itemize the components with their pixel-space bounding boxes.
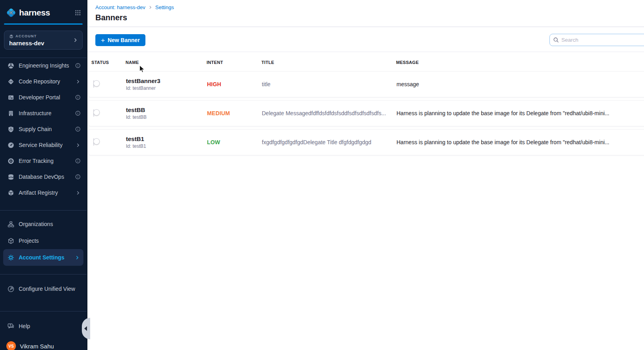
status-toggle[interactable]: [93, 109, 94, 117]
user-profile-row[interactable]: VS Vikram Sahu: [6, 340, 83, 350]
sidebar-footer-divider: [0, 311, 87, 311]
sidebar-item-error-tracking[interactable]: Error Tracking: [0, 153, 87, 169]
info-icon[interactable]: [75, 110, 81, 116]
banner-table: testBanner3 Id: testBanner HIGH title me…: [88, 71, 644, 158]
sidebar-item-infrastructure[interactable]: Infrastructure: [0, 105, 87, 121]
info-icon[interactable]: [75, 126, 81, 132]
table-row[interactable]: testB1 Id: testB1 LOW fxgdfgdfgdfgdfgdDe…: [88, 129, 644, 155]
turbine-icon: [7, 62, 14, 69]
shield-nodes-icon: [7, 126, 14, 133]
banner-title: title: [262, 81, 396, 87]
layers-icon: [9, 34, 14, 39]
breadcrumb-account-link[interactable]: Account: harness-dev: [95, 4, 145, 10]
gear-icon: [7, 254, 14, 261]
banner-id: Id: testBanner: [126, 85, 207, 91]
logo-accent-underline: [4, 23, 83, 25]
column-header-message: MESSAGE: [396, 60, 644, 65]
user-avatar: VS: [6, 341, 16, 350]
sidebar-item-database-devops[interactable]: Database DevOps: [0, 169, 87, 185]
database-icon: [7, 173, 14, 180]
toolbar-divider: [87, 52, 644, 52]
banner-message: Harness is planning to update the base i…: [396, 139, 644, 145]
help-chat-icon: [7, 323, 14, 330]
collapse-left-arrow-icon: [84, 326, 87, 331]
account-label: ACCOUNT: [15, 34, 37, 38]
info-icon[interactable]: [75, 158, 81, 164]
search-box: [549, 34, 644, 46]
sidebar-item-developer-portal[interactable]: Developer Portal: [0, 89, 87, 105]
sidebar-item-engineering-insights[interactable]: Engineering Insights: [0, 58, 87, 73]
intent-badge: HIGH: [207, 81, 262, 87]
sidebar-item-artifact-registry[interactable]: Artifact Registry: [0, 185, 87, 201]
sidebar-item-supply-chain[interactable]: Supply Chain: [0, 121, 87, 137]
sidebar-item-code-repository[interactable]: Code Repository: [0, 73, 87, 89]
new-banner-button[interactable]: + New Banner: [95, 34, 145, 46]
info-icon[interactable]: [75, 62, 81, 69]
chevron-right-icon: [73, 37, 78, 43]
account-name: harness-dev: [9, 40, 73, 46]
banner-name: testBanner3: [126, 77, 207, 84]
main-content: Account: harness-dev Settings Banners + …: [87, 0, 644, 350]
chevron-right-icon: [75, 78, 81, 85]
status-toggle[interactable]: [93, 138, 94, 146]
banner-id: Id: testB1: [126, 143, 207, 149]
account-selector-card[interactable]: ACCOUNT harness-dev: [4, 31, 83, 50]
header-divider: [87, 27, 644, 27]
banner-name: testBB: [126, 106, 207, 113]
info-icon[interactable]: [75, 174, 81, 180]
user-name: Vikram Sahu: [20, 343, 54, 350]
breadcrumb-settings-link[interactable]: Settings: [155, 4, 174, 10]
sidebar-divider: [0, 210, 87, 211]
cube-icon: [7, 237, 14, 244]
brand-name: harness: [19, 8, 50, 17]
secondary-nav: Organizations Projects Account Settings: [0, 216, 87, 266]
sidebar-item-account-settings[interactable]: Account Settings: [3, 249, 83, 266]
gauge-icon: [7, 141, 14, 149]
column-header-intent: INTENT: [207, 60, 261, 65]
wrench-circle-icon: [7, 285, 14, 292]
table-row[interactable]: testBanner3 Id: testBanner HIGH title me…: [88, 71, 644, 97]
org-chart-icon: [7, 220, 14, 228]
banner-id: Id: testBB: [126, 114, 207, 120]
sidebar-item-organizations[interactable]: Organizations: [0, 216, 87, 232]
search-icon: [553, 37, 559, 43]
banner-message: Harness is planning to update the base i…: [396, 110, 644, 116]
sidebar-item-help[interactable]: Help: [0, 318, 87, 335]
search-input[interactable]: [561, 37, 644, 43]
sidebar-divider: [0, 274, 87, 275]
target-icon: [7, 157, 14, 164]
footer-nav: Help: [0, 318, 87, 335]
table-header: STATUS NAME INTENT TITLE MESSAGE: [91, 58, 644, 67]
chevron-right-icon: [75, 142, 81, 148]
hexagon-box-icon: [7, 189, 14, 196]
column-header-title: TITLE: [261, 60, 396, 65]
breadcrumb-separator-icon: [148, 5, 153, 10]
column-header-status: STATUS: [91, 60, 126, 65]
harness-logo-icon[interactable]: [6, 8, 16, 18]
intent-badge: LOW: [207, 139, 262, 145]
banner-title: fxgdfgdfgdfgdfgdDelegate Title dfgfdgdfg…: [262, 139, 396, 145]
column-header-name: NAME: [126, 60, 207, 65]
status-toggle[interactable]: [93, 80, 94, 88]
banner-title: Delegate Messagedfdffdsfdfdsfsddfsdfsdfs…: [262, 110, 396, 116]
sidebar: harness ACCOUNT harness-dev: [0, 0, 87, 350]
code-diamond-icon: [7, 78, 14, 85]
app-launcher-grid-icon[interactable]: [75, 10, 81, 16]
sidebar-item-projects[interactable]: Projects: [0, 232, 87, 249]
info-icon[interactable]: [75, 94, 81, 101]
plus-icon: +: [101, 37, 105, 44]
page-title: Banners: [95, 13, 127, 22]
table-row[interactable]: testBB Id: testBB MEDIUM Delegate Messag…: [88, 100, 644, 126]
intent-badge: MEDIUM: [207, 110, 262, 116]
chevron-right-icon: [75, 190, 81, 196]
sidebar-item-service-reliability[interactable]: Service Reliability: [0, 137, 87, 153]
banner-message: message: [396, 81, 644, 87]
building-icon: [7, 110, 14, 117]
chevron-right-icon: [74, 254, 80, 261]
breadcrumb: Account: harness-dev Settings: [95, 4, 174, 10]
module-nav: Engineering Insights Code Repository Dev…: [0, 58, 87, 201]
banner-name: testB1: [126, 135, 207, 142]
portal-window-icon: [7, 94, 14, 101]
tools-nav: Configure Unified View: [0, 280, 87, 297]
sidebar-item-configure-unified-view[interactable]: Configure Unified View: [0, 280, 87, 297]
